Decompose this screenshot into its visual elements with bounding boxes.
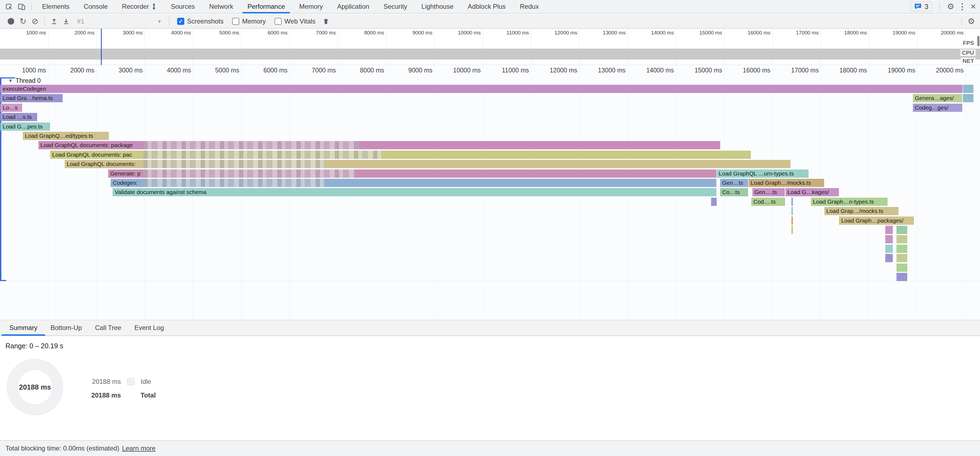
- flame-event[interactable]: Load Gra…hema.ts: [0, 94, 63, 102]
- ruler-tick-label: 5000 ms: [196, 30, 239, 36]
- flame-event[interactable]: [896, 226, 908, 234]
- tab-recorder[interactable]: Recorder: [115, 0, 164, 13]
- checkbox-unchecked-icon[interactable]: [275, 18, 282, 25]
- flame-event[interactable]: [896, 245, 908, 253]
- flame-event[interactable]: [896, 254, 908, 262]
- tab-redux[interactable]: Redux: [513, 0, 546, 13]
- flame-event[interactable]: Load Graph…packages/: [839, 216, 914, 225]
- ruler-tick-label: 8000 ms: [338, 67, 384, 74]
- flame-event[interactable]: Validate documents against schema: [112, 188, 716, 196]
- flame-event[interactable]: [885, 254, 893, 262]
- tab-console[interactable]: Console: [76, 0, 115, 13]
- profile-history-select[interactable]: #1 ▾: [74, 16, 164, 27]
- settings-gear-icon[interactable]: ⚙: [947, 2, 954, 11]
- flame-event[interactable]: Genera…ages/: [913, 94, 962, 102]
- redacted-text-region: [143, 170, 356, 178]
- flame-event[interactable]: Load GraphQL …urn-types.ts: [717, 170, 808, 178]
- ruler-tick-label: 8000 ms: [340, 30, 384, 36]
- flame-event-label: Load Grap…/mocks.ts: [826, 208, 883, 214]
- learn-more-link[interactable]: Learn more: [122, 445, 156, 452]
- flame-event[interactable]: Load GraphQL documents:: [65, 160, 791, 168]
- flame-event[interactable]: Codegen:: [110, 179, 716, 187]
- drawer-tab-summary[interactable]: Summary: [3, 320, 44, 336]
- save-profile-icon[interactable]: [48, 15, 60, 27]
- flame-event[interactable]: Load GraphQL documents: package: [38, 141, 720, 149]
- ruler-tick-label: 2000 ms: [51, 30, 94, 36]
- flame-event[interactable]: Codeg…ges/: [913, 103, 962, 112]
- flame-event[interactable]: Gen…ts: [720, 179, 748, 187]
- flame-event[interactable]: [896, 264, 908, 272]
- flame-event[interactable]: [885, 245, 893, 253]
- flame-event[interactable]: Load G…pes.ts: [0, 122, 50, 131]
- flame-event[interactable]: [963, 85, 974, 93]
- ruler-tick-label: 7000 ms: [289, 67, 336, 74]
- device-toolbar-icon[interactable]: [15, 1, 28, 12]
- flame-event[interactable]: Load GraphQL documents: pac: [50, 151, 751, 159]
- flame-event[interactable]: executeCodegen: [0, 85, 963, 93]
- flame-event[interactable]: Load Graph…/mocks.ts: [748, 179, 824, 187]
- flame-event[interactable]: [791, 198, 793, 206]
- flame-event[interactable]: [791, 207, 793, 215]
- flame-event[interactable]: Lo…s: [0, 103, 22, 112]
- flame-event[interactable]: [963, 94, 974, 102]
- flame-event[interactable]: [896, 273, 908, 281]
- tab-lighthouse[interactable]: Lighthouse: [414, 0, 460, 13]
- flame-event[interactable]: Load GraphQ…ed/types.ts: [23, 132, 109, 140]
- flame-event-label: Co…ts: [722, 189, 740, 195]
- close-devtools-icon[interactable]: ✕: [970, 3, 976, 10]
- checkbox-web-vitals[interactable]: Web Vitals: [275, 17, 315, 25]
- checkbox-screenshots[interactable]: ✓Screenshots: [177, 17, 223, 25]
- thread-header[interactable]: ▼ Thread 0: [8, 77, 41, 84]
- flame-event[interactable]: Load Graph…n-types.ts: [811, 198, 888, 206]
- flame-event[interactable]: [791, 216, 793, 225]
- trash-icon[interactable]: [320, 15, 332, 27]
- checkbox-checked-icon[interactable]: ✓: [177, 18, 184, 25]
- tab-elements[interactable]: Elements: [35, 0, 76, 13]
- flame-event[interactable]: [896, 235, 908, 243]
- reload-and-record-button[interactable]: ↻: [17, 15, 29, 27]
- flame-event[interactable]: Load Grap…/mocks.ts: [824, 207, 899, 215]
- flame-event-label: Load Gra…hema.ts: [3, 95, 53, 101]
- ruler-tick-label: 16000 ms: [724, 67, 770, 74]
- devtools-tabbar: ElementsConsoleRecorderSourcesNetworkPer…: [0, 0, 980, 14]
- flame-event[interactable]: Load …s.ts: [0, 113, 37, 121]
- tab-adblock-plus[interactable]: Adblock Plus: [461, 0, 513, 13]
- flame-chart[interactable]: 1000 ms2000 ms3000 ms4000 ms5000 ms6000 …: [0, 65, 980, 320]
- tab-application[interactable]: Application: [330, 0, 376, 13]
- drawer-tab-bottom-up[interactable]: Bottom-Up: [44, 320, 89, 336]
- inspect-element-icon[interactable]: [3, 1, 15, 12]
- flame-event[interactable]: Cod….ts: [751, 198, 785, 206]
- lane-divider: [0, 64, 980, 64]
- flame-event[interactable]: [711, 198, 717, 206]
- timeline-overview[interactable]: 1000 ms2000 ms3000 ms4000 ms5000 ms6000 …: [0, 29, 980, 65]
- issues-counter[interactable]: 3: [910, 2, 932, 12]
- overview-scrollbar-thumb[interactable]: [977, 36, 980, 46]
- flame-event[interactable]: Load G…kages/: [785, 188, 839, 196]
- flame-event[interactable]: Gen….ts: [752, 188, 785, 196]
- track-bottom-line: [0, 281, 980, 281]
- flame-event[interactable]: Generate: p: [108, 170, 716, 178]
- tab-memory[interactable]: Memory: [292, 0, 330, 13]
- checkbox-unchecked-icon[interactable]: [232, 18, 239, 25]
- flame-event[interactable]: [885, 235, 893, 243]
- ruler-tick-label: 20000 ms: [917, 67, 964, 74]
- tab-security[interactable]: Security: [376, 0, 414, 13]
- capture-settings-gear-icon[interactable]: ⚙: [965, 15, 977, 27]
- tab-performance[interactable]: Performance: [240, 0, 292, 13]
- drawer-tab-event-log[interactable]: Event Log: [128, 320, 170, 336]
- flame-event[interactable]: [791, 226, 793, 234]
- tab-network[interactable]: Network: [202, 0, 240, 13]
- record-button[interactable]: [5, 15, 17, 27]
- playhead-line[interactable]: [101, 29, 102, 65]
- checkbox-memory[interactable]: Memory: [232, 17, 266, 25]
- load-profile-icon[interactable]: [60, 15, 72, 27]
- clear-button[interactable]: ⊘: [29, 15, 41, 27]
- flame-event-label: Load G…kages/: [788, 189, 829, 195]
- flame-event-label: Genera…ages/: [915, 95, 954, 101]
- collapse-caret-icon[interactable]: ▼: [8, 78, 13, 84]
- flame-event[interactable]: Co…ts: [720, 188, 748, 196]
- kebab-menu-icon[interactable]: ⋮: [958, 2, 966, 11]
- flame-event[interactable]: [885, 226, 893, 234]
- tab-sources[interactable]: Sources: [164, 0, 202, 13]
- drawer-tab-call-tree[interactable]: Call Tree: [88, 320, 128, 336]
